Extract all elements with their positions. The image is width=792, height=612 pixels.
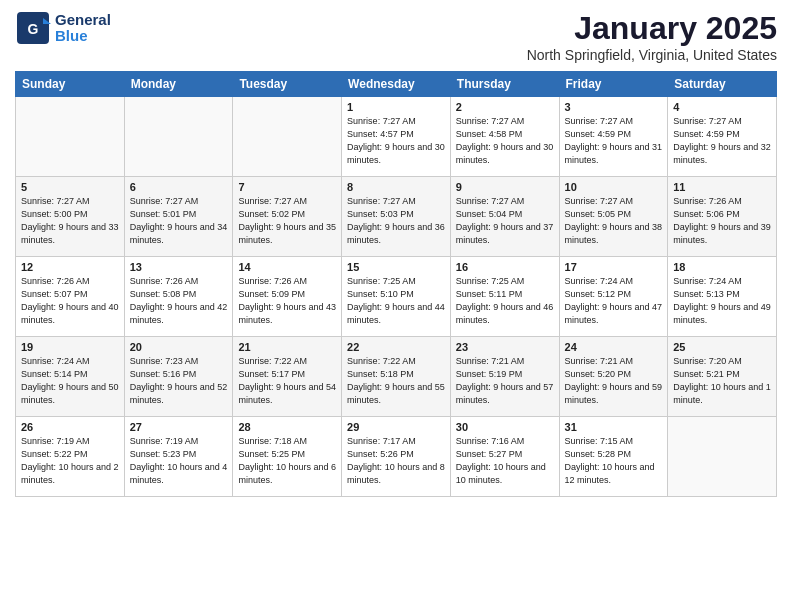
day-number: 13 xyxy=(130,261,228,273)
day-info: Sunrise: 7:22 AMSunset: 5:18 PMDaylight:… xyxy=(347,355,445,407)
day-info: Sunrise: 7:21 AMSunset: 5:20 PMDaylight:… xyxy=(565,355,663,407)
location-title: North Springfield, Virginia, United Stat… xyxy=(527,47,777,63)
header: G General Blue January 2025 North Spring… xyxy=(15,10,777,63)
day-info: Sunrise: 7:27 AMSunset: 5:04 PMDaylight:… xyxy=(456,195,554,247)
day-info: Sunrise: 7:27 AMSunset: 4:59 PMDaylight:… xyxy=(673,115,771,167)
logo-icon: G xyxy=(15,10,51,46)
weekday-header-friday: Friday xyxy=(559,72,668,97)
calendar-cell: 1Sunrise: 7:27 AMSunset: 4:57 PMDaylight… xyxy=(342,97,451,177)
weekday-header-tuesday: Tuesday xyxy=(233,72,342,97)
weekday-header-thursday: Thursday xyxy=(450,72,559,97)
day-number: 7 xyxy=(238,181,336,193)
week-row-4: 26Sunrise: 7:19 AMSunset: 5:22 PMDayligh… xyxy=(16,417,777,497)
weekday-header-wednesday: Wednesday xyxy=(342,72,451,97)
weekday-header-row: SundayMondayTuesdayWednesdayThursdayFrid… xyxy=(16,72,777,97)
calendar-cell: 22Sunrise: 7:22 AMSunset: 5:18 PMDayligh… xyxy=(342,337,451,417)
day-number: 21 xyxy=(238,341,336,353)
day-info: Sunrise: 7:24 AMSunset: 5:13 PMDaylight:… xyxy=(673,275,771,327)
logo: G General Blue xyxy=(15,10,111,46)
main-container: G General Blue January 2025 North Spring… xyxy=(0,0,792,502)
day-info: Sunrise: 7:17 AMSunset: 5:26 PMDaylight:… xyxy=(347,435,445,487)
day-info: Sunrise: 7:23 AMSunset: 5:16 PMDaylight:… xyxy=(130,355,228,407)
day-number: 26 xyxy=(21,421,119,433)
day-number: 16 xyxy=(456,261,554,273)
calendar-cell: 13Sunrise: 7:26 AMSunset: 5:08 PMDayligh… xyxy=(124,257,233,337)
day-number: 6 xyxy=(130,181,228,193)
day-number: 14 xyxy=(238,261,336,273)
day-number: 15 xyxy=(347,261,445,273)
calendar-cell: 12Sunrise: 7:26 AMSunset: 5:07 PMDayligh… xyxy=(16,257,125,337)
day-info: Sunrise: 7:19 AMSunset: 5:22 PMDaylight:… xyxy=(21,435,119,487)
title-section: January 2025 North Springfield, Virginia… xyxy=(527,10,777,63)
day-number: 1 xyxy=(347,101,445,113)
day-info: Sunrise: 7:19 AMSunset: 5:23 PMDaylight:… xyxy=(130,435,228,487)
day-number: 29 xyxy=(347,421,445,433)
calendar-cell: 31Sunrise: 7:15 AMSunset: 5:28 PMDayligh… xyxy=(559,417,668,497)
calendar-cell: 11Sunrise: 7:26 AMSunset: 5:06 PMDayligh… xyxy=(668,177,777,257)
day-number: 19 xyxy=(21,341,119,353)
day-info: Sunrise: 7:21 AMSunset: 5:19 PMDaylight:… xyxy=(456,355,554,407)
day-number: 24 xyxy=(565,341,663,353)
day-info: Sunrise: 7:26 AMSunset: 5:09 PMDaylight:… xyxy=(238,275,336,327)
week-row-0: 1Sunrise: 7:27 AMSunset: 4:57 PMDaylight… xyxy=(16,97,777,177)
day-number: 9 xyxy=(456,181,554,193)
calendar-cell: 25Sunrise: 7:20 AMSunset: 5:21 PMDayligh… xyxy=(668,337,777,417)
day-info: Sunrise: 7:27 AMSunset: 4:58 PMDaylight:… xyxy=(456,115,554,167)
calendar-cell: 29Sunrise: 7:17 AMSunset: 5:26 PMDayligh… xyxy=(342,417,451,497)
day-number: 8 xyxy=(347,181,445,193)
calendar-cell: 15Sunrise: 7:25 AMSunset: 5:10 PMDayligh… xyxy=(342,257,451,337)
day-info: Sunrise: 7:20 AMSunset: 5:21 PMDaylight:… xyxy=(673,355,771,407)
day-number: 5 xyxy=(21,181,119,193)
calendar-cell: 27Sunrise: 7:19 AMSunset: 5:23 PMDayligh… xyxy=(124,417,233,497)
calendar-cell: 28Sunrise: 7:18 AMSunset: 5:25 PMDayligh… xyxy=(233,417,342,497)
calendar-cell: 26Sunrise: 7:19 AMSunset: 5:22 PMDayligh… xyxy=(16,417,125,497)
calendar-cell: 20Sunrise: 7:23 AMSunset: 5:16 PMDayligh… xyxy=(124,337,233,417)
weekday-header-saturday: Saturday xyxy=(668,72,777,97)
day-info: Sunrise: 7:18 AMSunset: 5:25 PMDaylight:… xyxy=(238,435,336,487)
day-info: Sunrise: 7:24 AMSunset: 5:12 PMDaylight:… xyxy=(565,275,663,327)
month-title: January 2025 xyxy=(527,10,777,47)
day-number: 23 xyxy=(456,341,554,353)
calendar-cell xyxy=(233,97,342,177)
day-number: 25 xyxy=(673,341,771,353)
calendar-cell xyxy=(16,97,125,177)
calendar-cell: 17Sunrise: 7:24 AMSunset: 5:12 PMDayligh… xyxy=(559,257,668,337)
day-info: Sunrise: 7:16 AMSunset: 5:27 PMDaylight:… xyxy=(456,435,554,487)
day-number: 10 xyxy=(565,181,663,193)
calendar-cell: 24Sunrise: 7:21 AMSunset: 5:20 PMDayligh… xyxy=(559,337,668,417)
calendar-cell xyxy=(124,97,233,177)
calendar-cell: 6Sunrise: 7:27 AMSunset: 5:01 PMDaylight… xyxy=(124,177,233,257)
calendar-cell: 14Sunrise: 7:26 AMSunset: 5:09 PMDayligh… xyxy=(233,257,342,337)
day-info: Sunrise: 7:27 AMSunset: 4:59 PMDaylight:… xyxy=(565,115,663,167)
calendar-table: SundayMondayTuesdayWednesdayThursdayFrid… xyxy=(15,71,777,497)
calendar-cell: 18Sunrise: 7:24 AMSunset: 5:13 PMDayligh… xyxy=(668,257,777,337)
week-row-3: 19Sunrise: 7:24 AMSunset: 5:14 PMDayligh… xyxy=(16,337,777,417)
day-number: 31 xyxy=(565,421,663,433)
calendar-cell: 30Sunrise: 7:16 AMSunset: 5:27 PMDayligh… xyxy=(450,417,559,497)
day-number: 2 xyxy=(456,101,554,113)
calendar-cell: 5Sunrise: 7:27 AMSunset: 5:00 PMDaylight… xyxy=(16,177,125,257)
day-number: 17 xyxy=(565,261,663,273)
calendar-cell: 2Sunrise: 7:27 AMSunset: 4:58 PMDaylight… xyxy=(450,97,559,177)
day-info: Sunrise: 7:15 AMSunset: 5:28 PMDaylight:… xyxy=(565,435,663,487)
day-info: Sunrise: 7:27 AMSunset: 5:05 PMDaylight:… xyxy=(565,195,663,247)
day-number: 28 xyxy=(238,421,336,433)
day-info: Sunrise: 7:27 AMSunset: 5:02 PMDaylight:… xyxy=(238,195,336,247)
day-info: Sunrise: 7:27 AMSunset: 5:01 PMDaylight:… xyxy=(130,195,228,247)
calendar-cell: 19Sunrise: 7:24 AMSunset: 5:14 PMDayligh… xyxy=(16,337,125,417)
day-info: Sunrise: 7:22 AMSunset: 5:17 PMDaylight:… xyxy=(238,355,336,407)
day-number: 11 xyxy=(673,181,771,193)
day-number: 18 xyxy=(673,261,771,273)
day-info: Sunrise: 7:26 AMSunset: 5:06 PMDaylight:… xyxy=(673,195,771,247)
weekday-header-monday: Monday xyxy=(124,72,233,97)
calendar-cell: 23Sunrise: 7:21 AMSunset: 5:19 PMDayligh… xyxy=(450,337,559,417)
week-row-1: 5Sunrise: 7:27 AMSunset: 5:00 PMDaylight… xyxy=(16,177,777,257)
day-info: Sunrise: 7:25 AMSunset: 5:11 PMDaylight:… xyxy=(456,275,554,327)
calendar-cell: 10Sunrise: 7:27 AMSunset: 5:05 PMDayligh… xyxy=(559,177,668,257)
calendar-cell: 3Sunrise: 7:27 AMSunset: 4:59 PMDaylight… xyxy=(559,97,668,177)
calendar-cell: 8Sunrise: 7:27 AMSunset: 5:03 PMDaylight… xyxy=(342,177,451,257)
logo-text: General xyxy=(55,12,111,29)
day-number: 20 xyxy=(130,341,228,353)
day-number: 12 xyxy=(21,261,119,273)
day-number: 3 xyxy=(565,101,663,113)
